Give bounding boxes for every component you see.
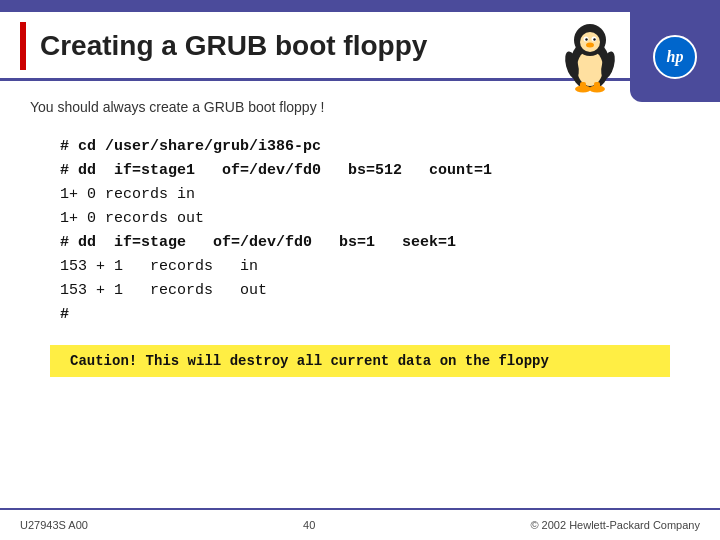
code-line-5: # dd if=stage of=/dev/fd0 bs=1 seek=1 (60, 231, 690, 255)
svg-point-7 (593, 38, 595, 40)
svg-point-8 (586, 43, 594, 48)
code-line-6: 153 + 1 records in (60, 255, 690, 279)
header-accent (20, 22, 26, 70)
footer-document-id: U27943S A00 (20, 519, 88, 531)
subtitle: You should always create a GRUB boot flo… (30, 99, 690, 115)
code-line-4: 1+ 0 records out (60, 207, 690, 231)
tux-penguin-icon (560, 20, 620, 95)
code-block: # cd /user/share/grub/i386-pc # dd if=st… (30, 131, 690, 331)
content-area: You should always create a GRUB boot flo… (0, 81, 720, 387)
svg-rect-13 (580, 82, 586, 90)
svg-rect-14 (594, 82, 600, 90)
code-line-7: 153 + 1 records out (60, 279, 690, 303)
header: Creating a GRUB boot floppy (0, 12, 720, 81)
top-bar (0, 0, 720, 12)
header-left: Creating a GRUB boot floppy (20, 22, 427, 70)
code-line-3: 1+ 0 records in (60, 183, 690, 207)
page-title: Creating a GRUB boot floppy (40, 30, 427, 62)
svg-point-6 (585, 38, 587, 40)
svg-point-3 (580, 32, 600, 52)
footer-copyright: © 2002 Hewlett-Packard Company (530, 519, 700, 531)
code-line-2: # dd if=stage1 of=/dev/fd0 bs=512 count=… (60, 159, 690, 183)
hp-logo-area: hp (630, 12, 720, 102)
hp-logo: hp (653, 35, 697, 79)
footer-page-number: 40 (303, 519, 315, 531)
footer: U27943S A00 40 © 2002 Hewlett-Packard Co… (0, 508, 720, 540)
code-line-8: # (60, 303, 690, 327)
caution-bar: Caution! This will destroy all current d… (50, 345, 670, 377)
slide: Creating a GRUB boot floppy (0, 0, 720, 540)
code-line-1: # cd /user/share/grub/i386-pc (60, 135, 690, 159)
tux-area (560, 20, 620, 99)
